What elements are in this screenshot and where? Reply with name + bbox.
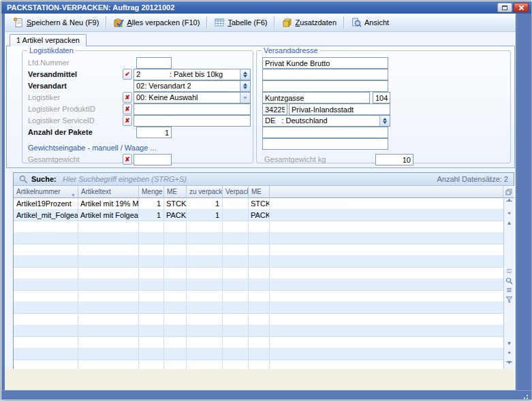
cell-zu-verpacken: 1 [186,210,222,221]
street-input[interactable] [262,92,370,103]
filter-button[interactable] [504,295,514,304]
address-name2-input[interactable] [262,69,388,80]
group-logistikdaten: Logistikdaten Lfd.Nummer Versandmittel ✔… [22,50,253,163]
cell-me1: STCK [163,198,186,210]
cell-me1: PACK [163,210,186,221]
logistiker-serviceid-input[interactable] [134,115,251,127]
logistiker-clear-button[interactable]: ✘ [123,92,132,103]
scroll-page-up-button[interactable]: ✶ [504,209,514,219]
column-header-me2[interactable]: ME [249,186,270,198]
spin-arrows-icon[interactable] [240,81,250,91]
grid-line [269,198,270,369]
red-x-icon: ✘ [125,156,130,163]
logistiker-produktid-input[interactable] [134,103,251,115]
gesamtgewicht-input[interactable] [134,154,172,165]
group-versandadresse: Versandadresse DE : Deutschland Gesamtge… [256,50,511,163]
address-extra2-input[interactable] [262,138,388,150]
versandart-combo[interactable]: 02: Versandart 2 [134,80,251,92]
scroll-up-button[interactable]: ▲ [504,219,514,228]
search-placeholder: Hier Suchbegriff eingeben (STRG+S) [63,175,187,183]
search-icon [19,175,28,184]
close-button[interactable] [514,3,529,12]
scroll-to-top-button[interactable]: ▲ [504,199,514,209]
new-document-icon [13,17,24,28]
group-logistikdaten-caption: Logistikdaten [27,46,76,54]
gesamtgewicht-kg-label: Gesamtgewicht kg [264,154,326,165]
grid-header: Artikelnummer▼ Artikeltext Menge ME zu v… [14,186,514,198]
table-icon [214,17,225,28]
scroll-page-down-button[interactable]: ✶ [504,349,514,358]
resize-grip[interactable] [521,392,529,399]
grid-scroll-strip[interactable]: ▲ ✶ ▲ ◫ ▥ ▼ ✶ ▼ [503,198,514,369]
gesamtgewicht-kg-input[interactable] [375,154,413,165]
table-row[interactable]: Artikel19Prozent Artikel mit 19% MwSt. 1… [14,198,503,210]
column-header-artikelnummer[interactable]: Artikelnummer▼ [14,186,78,198]
address-name3-input[interactable] [262,80,388,92]
produktid-clear-button[interactable]: ✘ [123,103,132,114]
table-row[interactable]: Artikel_mit_Folgeartikel Artikel mit Fol… [14,210,503,221]
view-label: Ansicht [364,18,389,27]
city-input[interactable] [289,103,390,115]
titlebar[interactable]: PACKSTATION-VERPACKEN: Auftrag 20121002 [1,1,531,14]
lfd-nummer-label: Lfd.Nummer [28,57,69,68]
article-grid: Suche: Hier Suchbegriff eingeben (STRG+S… [13,172,514,369]
spin-arrows-icon[interactable] [379,116,390,126]
filter-arrow-icon[interactable]: ▼ [71,189,76,198]
column-header-zu-verpacken[interactable]: zu verpacke [187,186,223,198]
versandmittel-label: Versandmittel [28,69,77,80]
address-extra1-input[interactable] [262,127,388,138]
tab-page: Logistikdaten Lfd.Nummer Versandmittel ✔… [6,46,515,168]
country-combo[interactable]: DE : Deutschland [262,115,390,127]
search-label: Suche: [31,175,57,183]
grid-line [163,198,164,369]
zoom-button[interactable] [504,276,514,285]
pack-all-button[interactable]: Alles verpacken (F10) [109,16,204,29]
maximize-button[interactable] [497,3,512,12]
grid-line [222,198,223,369]
column-header-menge[interactable]: Menge [139,186,164,198]
red-x-icon: ✘ [125,106,130,112]
column-header-artikeltext[interactable]: Artikeltext [78,186,139,198]
anzahl-pakete-input[interactable] [136,127,172,138]
street-number-input[interactable] [373,92,390,103]
group-versandadresse-caption: Versandadresse [262,46,320,54]
cell-me2: PACK [248,210,269,221]
save-new-label: Speichern & Neu (F9) [27,18,99,27]
grid-search-bar[interactable]: Suche: Hier Suchbegriff eingeben (STRG+S… [14,173,514,186]
magnifier-icon [505,277,513,285]
column-header-verpackt[interactable]: Verpackt [223,186,249,198]
split-view-button[interactable]: ◫ [504,266,514,276]
toolbar-separator [274,16,275,29]
gewichtseingabe-heading: Gewichtseingabe - manuell / Waage ... [28,144,157,152]
dropdown-arrow-icon [240,93,250,103]
spin-arrows-icon[interactable] [240,69,250,80]
scroll-to-bottom-button[interactable]: ▼ [504,358,514,368]
cell-artikelnummer: Artikel_mit_Folgeartikel [14,210,78,221]
view-button[interactable]: Ansicht [347,16,393,29]
zip-input[interactable] [262,103,287,115]
address-name1-input[interactable] [262,57,388,69]
window-frame-bottom [1,390,532,400]
window-title: PACKSTATION-VERPACKEN: Auftrag 20121002 [7,3,174,12]
grid-line [248,198,249,369]
package-check-icon [113,17,124,28]
table-label: Tabelle (F6) [228,18,267,27]
extra-data-button[interactable]: Zusatzdaten [277,16,341,29]
lfd-nummer-input[interactable] [136,57,172,69]
column-header-me1[interactable]: ME [164,186,187,198]
versandmittel-check-button[interactable]: ✔ [123,69,132,80]
save-new-button[interactable]: Speichern & Neu (F9) [9,16,103,29]
pack-all-label: Alles verpacken (F10) [127,18,200,27]
tab-label: 1 Artikel verpacken [16,36,80,44]
serviceid-clear-button[interactable]: ✘ [123,115,132,126]
list-detail-button[interactable]: ▥ [504,285,514,295]
close-icon [518,5,525,11]
tab-artikel-verpacken[interactable]: 1 Artikel verpacken [10,34,87,46]
versandmittel-combo[interactable]: 2 : Paket bis 10kg [134,69,251,80]
scroll-down-button[interactable]: ▼ [504,339,514,349]
table-button[interactable]: Tabelle (F6) [210,16,271,29]
cell-menge: 1 [138,198,163,210]
gesamtgewicht-clear-button[interactable]: ✘ [123,154,132,165]
grid-rows-area[interactable]: Artikel19Prozent Artikel mit 19% MwSt. 1… [14,198,503,369]
cell-artikelnummer: Artikel19Prozent [14,198,78,210]
